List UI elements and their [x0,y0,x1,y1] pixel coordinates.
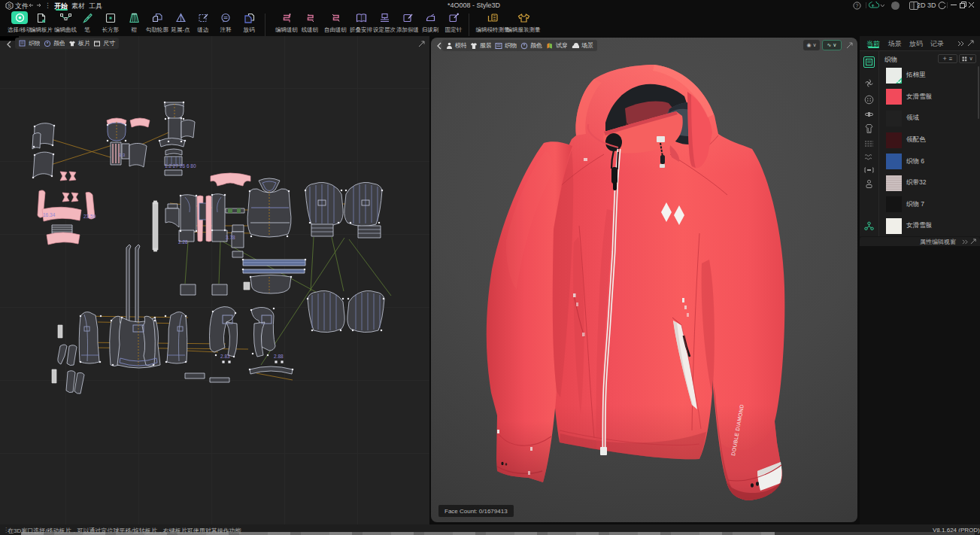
svg-text:2.28: 2.28 [178,239,188,245]
svg-text:3.3: 3.3 [119,153,126,157]
svg-text:1.2 27 26 6 80: 1.2 27 26 6 80 [165,163,196,169]
svg-text:2.88: 2.88 [274,354,284,359]
svg-text:16.34: 16.34 [43,212,56,217]
svg-text:3.78: 3.78 [226,235,235,240]
svg-text:23.59: 23.59 [83,214,96,219]
svg-text:2.83: 2.83 [220,354,230,359]
svg-text:?: ? [856,3,859,8]
